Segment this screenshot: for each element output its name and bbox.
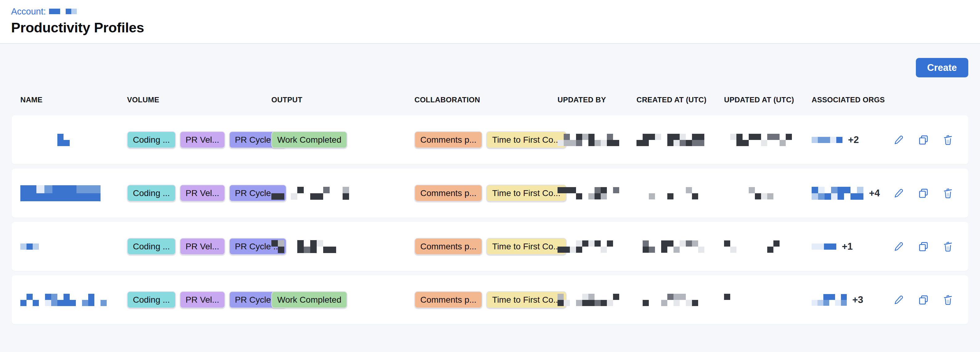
redacted-profile-name <box>20 134 70 146</box>
duplicate-button[interactable] <box>918 133 929 147</box>
metric-chip: Work Completed <box>271 131 347 148</box>
redacted-updated-by <box>558 187 619 200</box>
column-header-output: OUTPUT <box>271 95 414 104</box>
metric-chip: Comments p... <box>414 291 482 308</box>
name-cell <box>20 185 127 201</box>
delete-button[interactable] <box>942 187 953 200</box>
redacted-account-name <box>49 9 77 14</box>
edit-button[interactable] <box>893 240 904 254</box>
duplicate-button[interactable] <box>918 293 929 307</box>
create-button[interactable]: Create <box>916 58 969 78</box>
output-cell <box>271 240 414 253</box>
name-cell <box>20 134 127 146</box>
column-header-associated-orgs: ASSOCIATED ORGS <box>811 95 894 104</box>
pencil-icon <box>893 188 904 199</box>
table-row: Coding ...PR Vel...PR Cycle ... Comments… <box>12 169 968 217</box>
metric-chip: Coding ... <box>127 131 176 148</box>
metric-chip: Time to First Co... <box>486 131 566 148</box>
row-actions <box>894 293 956 307</box>
trash-icon <box>942 135 953 146</box>
duplicate-button[interactable] <box>918 240 929 254</box>
associated-orgs-cell: +1 <box>811 241 894 252</box>
copy-icon <box>918 188 929 199</box>
page-title: Productivity Profiles <box>11 20 969 36</box>
name-cell <box>20 244 127 250</box>
metric-chip: Time to First Co... <box>486 291 566 308</box>
created-at-cell <box>636 240 724 253</box>
pencil-icon <box>893 241 904 252</box>
metric-chip: Comments p... <box>414 185 482 201</box>
pencil-icon <box>893 135 904 146</box>
column-header-updated-at-utc: UPDATED AT (UTC) <box>724 95 811 104</box>
metric-chip: Coding ... <box>127 291 176 308</box>
metric-chip: PR Vel... <box>180 131 225 148</box>
redacted-orgs <box>811 244 836 250</box>
metric-chip: PR Vel... <box>180 185 225 201</box>
redacted-updated-by <box>558 134 619 146</box>
redacted-orgs <box>811 187 864 200</box>
redacted-output <box>271 240 362 253</box>
profiles-panel: Create NAMEVOLUMEOUTPUTCOLLABORATIONUPDA… <box>0 44 980 324</box>
created-at-cell <box>636 187 724 200</box>
edit-button[interactable] <box>893 293 904 307</box>
table-header-row: NAMEVOLUMEOUTPUTCOLLABORATIONUPDATED BYC… <box>12 95 968 105</box>
edit-button[interactable] <box>893 133 904 147</box>
redacted-orgs <box>811 294 847 306</box>
orgs-more-count: +1 <box>842 241 853 252</box>
redacted-created-at <box>636 240 704 253</box>
column-header-collaboration: COLLABORATION <box>414 95 558 104</box>
updated-by-cell <box>558 187 636 200</box>
trash-icon <box>942 241 953 252</box>
updated-by-cell <box>558 294 636 306</box>
table-row: Coding ...PR Vel...PR Cycle ... Comments… <box>12 222 968 271</box>
collaboration-chips-cell: Comments p...Time to First Co... <box>414 238 558 255</box>
redacted-profile-name <box>20 185 100 201</box>
delete-button[interactable] <box>942 133 953 147</box>
metric-chip: Time to First Co... <box>486 185 566 201</box>
collaboration-chips-cell: Comments p...Time to First Co... <box>414 291 558 308</box>
row-actions <box>894 240 956 254</box>
redacted-updated-at <box>724 187 786 200</box>
orgs-more-count: +2 <box>848 135 859 146</box>
redacted-updated-by <box>558 294 619 306</box>
column-header-created-at-utc: CREATED AT (UTC) <box>636 95 724 104</box>
associated-orgs-cell: +3 <box>811 294 894 306</box>
pencil-icon <box>893 294 904 306</box>
associated-orgs-cell: +4 <box>811 187 894 200</box>
volume-chips-cell: Coding ...PR Vel...PR Cycle ... <box>127 238 271 255</box>
row-actions <box>894 133 956 147</box>
updated-by-cell <box>558 240 636 253</box>
account-breadcrumb: Account: <box>11 6 969 17</box>
orgs-more-count: +4 <box>869 188 880 199</box>
table-row: Coding ...PR Vel...PR Cycle ... Work Com… <box>12 115 968 164</box>
redacted-updated-at <box>724 134 792 146</box>
page-header: Account: Productivity Profiles <box>0 0 980 44</box>
toolbar: Create <box>0 44 980 78</box>
copy-icon <box>918 135 929 146</box>
redacted-profile-name <box>20 244 39 250</box>
redacted-created-at <box>636 294 704 306</box>
row-actions <box>894 187 956 200</box>
delete-button[interactable] <box>942 293 953 307</box>
redacted-updated-at <box>724 294 761 306</box>
metric-chip: Work Completed <box>271 291 347 308</box>
volume-chips-cell: Coding ...PR Vel...PR Cycle ... <box>127 185 271 201</box>
redacted-created-at <box>636 134 704 146</box>
created-at-cell <box>636 134 724 146</box>
duplicate-button[interactable] <box>918 187 929 200</box>
delete-button[interactable] <box>942 240 953 254</box>
metric-chip: Comments p... <box>414 131 482 148</box>
output-cell <box>271 187 414 200</box>
redacted-output <box>271 187 362 200</box>
redacted-updated-at <box>724 240 786 253</box>
copy-icon <box>918 241 929 252</box>
output-cell: Work Completed <box>271 291 414 308</box>
metric-chip: Comments p... <box>414 238 482 255</box>
output-cell: Work Completed <box>271 131 414 148</box>
orgs-more-count: +3 <box>852 294 863 306</box>
updated-at-cell <box>724 134 811 146</box>
trash-icon <box>942 294 953 306</box>
metric-chip: PR Vel... <box>180 238 225 255</box>
updated-at-cell <box>724 187 811 200</box>
edit-button[interactable] <box>893 187 904 200</box>
